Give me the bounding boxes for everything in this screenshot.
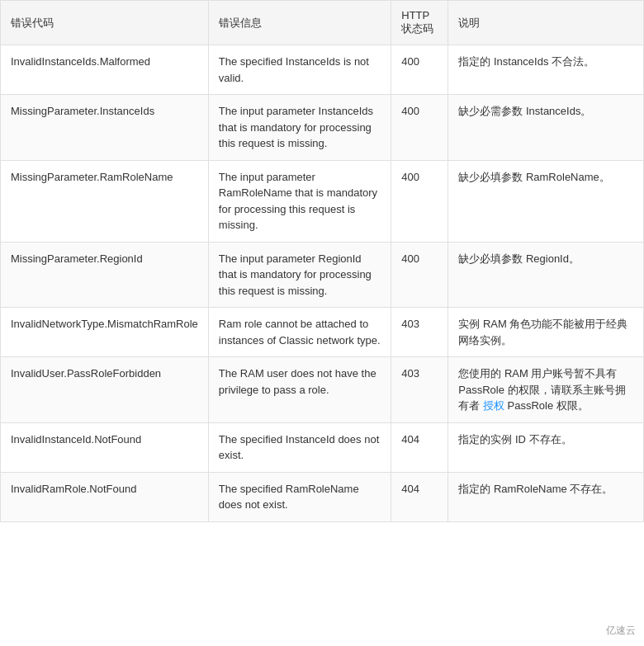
table-row: MissingParameter.InstanceIdsThe input pa…: [1, 95, 644, 161]
error-code: InvalidRamRole.NotFound: [1, 472, 209, 521]
error-message: The specified InstanceId does not exist.: [208, 422, 391, 472]
http-status: 403: [391, 357, 448, 423]
table-row: MissingParameter.RamRoleNameThe input pa…: [1, 160, 644, 242]
table-row: InvalidInstanceId.NotFoundThe specified …: [1, 422, 644, 472]
http-status: 404: [391, 422, 448, 472]
error-code: InvalidInstanceIds.Malformed: [1, 45, 209, 95]
col-header-code: 错误代码: [1, 1, 209, 45]
error-description: 缺少必填参数 RamRoleName。: [448, 160, 644, 242]
error-description: 缺少必需参数 InstanceIds。: [448, 95, 644, 161]
error-description: 缺少必填参数 RegionId。: [448, 242, 644, 308]
error-description: 指定的实例 ID 不存在。: [448, 422, 644, 472]
col-header-status: HTTP 状态码: [391, 1, 448, 45]
error-description: 您使用的 RAM 用户账号暂不具有 PassRole 的权限，请联系主账号拥有者…: [448, 357, 644, 423]
error-description: 指定的 InstanceIds 不合法。: [448, 45, 644, 95]
table-row: InvalidUser.PassRoleForbiddenThe RAM use…: [1, 357, 644, 423]
error-message: The RAM user does not have the privilege…: [208, 357, 391, 423]
error-code: InvalidUser.PassRoleForbidden: [1, 357, 209, 423]
error-description: 实例 RAM 角色功能不能被用于经典网络实例。: [448, 308, 644, 357]
authorize-link[interactable]: 授权: [483, 399, 504, 412]
http-status: 400: [391, 95, 448, 161]
error-code: InvalidNetworkType.MismatchRamRole: [1, 308, 209, 357]
error-message: The input parameter InstanceIds that is …: [208, 95, 391, 161]
error-message: The specified InstanceIds is not valid.: [208, 45, 391, 95]
table-row: MissingParameter.RegionIdThe input param…: [1, 242, 644, 308]
http-status: 400: [391, 242, 448, 308]
error-message: The input parameter RamRoleName that is …: [208, 160, 391, 242]
error-message: The specified RamRoleName does not exist…: [208, 472, 391, 521]
error-description: 指定的 RamRoleName 不存在。: [448, 472, 644, 521]
table-row: InvalidNetworkType.MismatchRamRoleRam ro…: [1, 308, 644, 357]
error-message: Ram role cannot be attached to instances…: [208, 308, 391, 357]
http-status: 400: [391, 45, 448, 95]
col-header-description: 说明: [448, 1, 644, 45]
http-status: 403: [391, 308, 448, 357]
col-header-message: 错误信息: [208, 1, 391, 45]
table-row: InvalidInstanceIds.MalformedThe specifie…: [1, 45, 644, 95]
error-code: MissingParameter.RamRoleName: [1, 160, 209, 242]
http-status: 400: [391, 160, 448, 242]
http-status: 404: [391, 472, 448, 521]
table-row: InvalidRamRole.NotFoundThe specified Ram…: [1, 472, 644, 521]
error-code: MissingParameter.RegionId: [1, 242, 209, 308]
error-table: 错误代码 错误信息 HTTP 状态码 说明 InvalidInstanceIds…: [0, 0, 644, 522]
error-message: The input parameter RegionId that is man…: [208, 242, 391, 308]
error-code: InvalidInstanceId.NotFound: [1, 422, 209, 472]
error-code: MissingParameter.InstanceIds: [1, 95, 209, 161]
